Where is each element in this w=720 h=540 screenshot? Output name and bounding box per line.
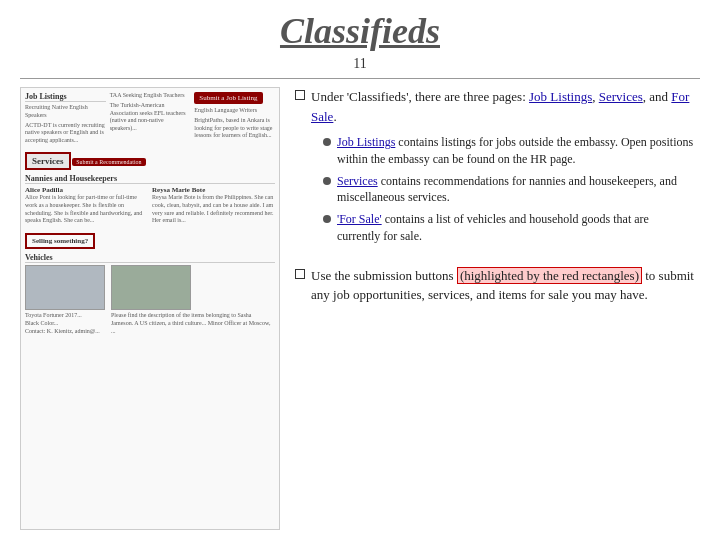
mock-job-text1: Recruiting Native English Speakers: [25, 104, 106, 120]
page-title: Classifieds: [280, 11, 440, 51]
mock-car-column1: Toyota Fortuner 2017...Black Color...Con…: [25, 265, 105, 337]
page-number: 11: [20, 56, 700, 72]
mock-job-text2: ACTD-DT is currently recruiting native s…: [25, 122, 106, 145]
circle-bullet-1-icon: [323, 138, 331, 146]
mock-job-text6: BrightPaths, based in Ankara is looking …: [194, 117, 275, 140]
sub-bullet-3-text: 'For Sale' contains a list of vehicles a…: [337, 211, 695, 245]
mock-car-image2: [111, 265, 191, 310]
mock-cars-row: Toyota Fortuner 2017...Black Color...Con…: [25, 265, 275, 337]
mock-person2: Reysa Marie Bote Reysa Marie Bote is fro…: [152, 186, 275, 227]
bullet-section-2: Use the submission buttons (highlighted …: [295, 260, 695, 305]
sub-bullet-2-rest: contains recommendations for nannies and…: [337, 174, 677, 205]
mock-job-listings-heading: Job Listings: [25, 92, 106, 102]
circle-bullet-3-icon: [323, 215, 331, 223]
bullet1-square-icon: [295, 90, 305, 100]
mock-car-image1: [25, 265, 105, 310]
mock-person2-name: Reysa Marie Bote: [152, 186, 275, 194]
bullet2-square-icon: [295, 269, 305, 279]
right-text-panel: Under 'Classifieds', there are three pag…: [290, 87, 700, 530]
mock-car-text1: Toyota Fortuner 2017...Black Color...Con…: [25, 312, 105, 335]
mock-job-col2: TAA Seeking English Teachers The Turkish…: [110, 92, 191, 147]
bullet1-top: Under 'Classifieds', there are three pag…: [295, 87, 695, 126]
sub-bullet-3-rest: contains a list of vehicles and househol…: [337, 212, 649, 243]
mock-car-column2: Please find the description of the items…: [111, 265, 275, 337]
sub-bullet-3: 'For Sale' contains a list of vehicles a…: [323, 211, 695, 245]
mock-job-listings-col: Job Listings Recruiting Native English S…: [25, 92, 106, 147]
mock-services-area: Services Submit a Recommendation Nannies…: [25, 150, 275, 227]
circle-bullet-2-icon: [323, 177, 331, 185]
mock-selling-area: Selling something? Vehicles Toyota Fortu…: [25, 231, 275, 337]
bullet1-link-services[interactable]: Services: [599, 89, 643, 104]
mock-person1-text: Alice Pont is looking for part-time or f…: [25, 194, 148, 225]
bullet1-and: , and: [643, 89, 672, 104]
header: Classifieds: [20, 10, 700, 52]
mock-job-listings-row: Job Listings Recruiting Native English S…: [25, 92, 275, 147]
mock-person1: Alice Padilla Alice Pont is looking for …: [25, 186, 148, 227]
mock-nannies-heading: Nannies and Housekeepers: [25, 174, 275, 184]
content-area: Job Listings Recruiting Native English S…: [20, 87, 700, 530]
sub-bullet-2-link: Services: [337, 174, 378, 188]
highlight-red-text: (highlighted by the red rectangles): [457, 267, 642, 284]
mock-persons-row: Alice Padilla Alice Pont is looking for …: [25, 186, 275, 227]
bullet1-text: Under 'Classifieds', there are three pag…: [311, 87, 695, 126]
mock-job-text3: TAA Seeking English Teachers: [110, 92, 191, 100]
mock-job-text4: The Turkish-American Association seeks E…: [110, 102, 191, 133]
sub-bullet-2-text: Services contains recommendations for na…: [337, 173, 695, 207]
mock-services-badge: Services: [25, 152, 71, 170]
sub-bullet-1-text: Job Listings contains listings for jobs …: [337, 134, 695, 168]
mock-submit-job-button: Submit a Job Listing: [194, 92, 262, 104]
divider: [20, 78, 700, 79]
mock-person1-name: Alice Padilla: [25, 186, 148, 194]
sub-bullet-1: Job Listings contains listings for jobs …: [323, 134, 695, 168]
bullet-section-1: Under 'Classifieds', there are three pag…: [295, 87, 695, 250]
mock-job-text5: English Language Writers: [194, 107, 275, 115]
bullet2-row: Use the submission buttons (highlighted …: [295, 266, 695, 305]
bullet1-prefix: Under 'Classifieds', there are three pag…: [311, 89, 529, 104]
sub-bullet-2: Services contains recommendations for na…: [323, 173, 695, 207]
sub-bullet-1-link: Job Listings: [337, 135, 395, 149]
bullet1-link-job-listings[interactable]: Job Listings: [529, 89, 592, 104]
mock-selling-badge: Selling something?: [25, 233, 95, 249]
mock-vehicles-heading: Vehicles: [25, 253, 275, 263]
page-container: Classifieds 11 Job Listings Recruiting N…: [0, 0, 720, 540]
mock-job-col3: Submit a Job Listing English Language Wr…: [194, 92, 275, 147]
bullet2-text: Use the submission buttons (highlighted …: [311, 266, 695, 305]
mock-submit-rec-button: Submit a Recommendation: [72, 158, 145, 166]
mock-car-text2: Please find the description of the items…: [111, 312, 275, 335]
left-screenshot-panel: Job Listings Recruiting Native English S…: [20, 87, 280, 530]
sub-bullets-list: Job Listings contains listings for jobs …: [323, 134, 695, 245]
sub-bullet-3-link: 'For Sale': [337, 212, 382, 226]
bullet1-suffix: .: [333, 109, 336, 124]
mock-person2-text: Reysa Marie Bote is from the Philippines…: [152, 194, 275, 225]
